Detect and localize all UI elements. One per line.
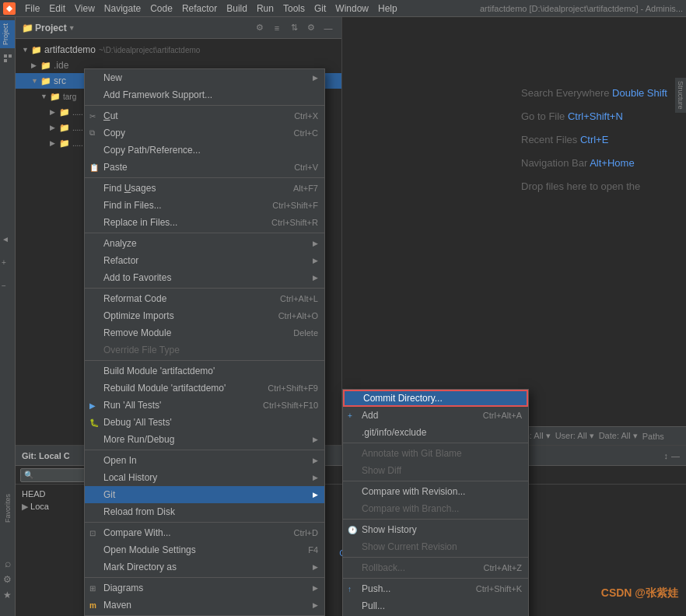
cm-paste[interactable]: 📋 Paste Ctrl+V xyxy=(85,159,324,176)
cm-add-favorites[interactable]: Add to Favorites▶ xyxy=(85,269,324,286)
user-filter[interactable]: User: All ▾ xyxy=(555,431,594,441)
minimize-icon[interactable]: — xyxy=(321,21,335,35)
sm-compare-revision[interactable]: Compare with Revision... xyxy=(343,483,528,500)
date-filter[interactable]: Date: All ▾ xyxy=(599,431,638,441)
sm-sep3 xyxy=(343,519,528,520)
menu-help[interactable]: Help xyxy=(373,2,402,16)
cm-rebuild[interactable]: Rebuild Module 'artifactdemo' Ctrl+Shift… xyxy=(85,380,324,397)
search-icon[interactable]: ⌕ xyxy=(5,557,11,569)
menu-refactor[interactable]: Refactor xyxy=(177,2,222,16)
cm-reload-disk[interactable]: Reload from Disk xyxy=(85,503,324,520)
structure-icon[interactable] xyxy=(2,53,13,64)
cm-new[interactable]: New▶ xyxy=(85,69,324,86)
collapse-arrow[interactable]: ◄ xyxy=(2,235,9,243)
folder-icon: 📁 xyxy=(22,23,33,33)
sm-rollback: Rollback... Ctrl+Alt+Z xyxy=(343,559,528,576)
menu-build[interactable]: Build xyxy=(222,2,252,16)
menu-window[interactable]: Window xyxy=(331,2,373,16)
sm-show-diff: Show Diff xyxy=(343,462,528,479)
menu-run[interactable]: Run xyxy=(252,2,278,16)
cm-copy-path[interactable]: Copy Path/Reference... xyxy=(85,142,324,159)
cm-more-run[interactable]: More Run/Debug▶ xyxy=(85,431,324,448)
sm-pull[interactable]: Pull... xyxy=(343,597,528,614)
git-submenu: Commit Directory... + Add Ctrl+Alt+A .gi… xyxy=(342,389,529,616)
list-icon[interactable]: ≡ xyxy=(270,21,284,35)
cm-sep1 xyxy=(85,105,324,106)
cm-cut[interactable]: ✂ Cut Ctrl+X xyxy=(85,107,324,124)
cm-maven[interactable]: m Maven▶ xyxy=(85,597,324,614)
paths-filter[interactable]: Paths xyxy=(642,432,664,441)
cm-reformat[interactable]: Reformat Code Ctrl+Alt+L xyxy=(85,290,324,307)
cm-refactor[interactable]: Refactor▶ xyxy=(85,252,324,269)
main-area: Search Everywhere Double Shift Go to Fil… xyxy=(342,17,686,445)
search-icon: 🔍 xyxy=(24,471,33,479)
context-menu: New▶ Add Framework Support... ✂ Cut Ctrl… xyxy=(84,68,325,616)
sort-icon[interactable]: ⇅ xyxy=(287,21,301,35)
window-title: artifactdemo [D:\idealproject\artifactde… xyxy=(480,4,683,13)
git-minimize-icon[interactable]: — xyxy=(671,451,680,460)
cm-sep2 xyxy=(85,177,324,178)
sm-sep2 xyxy=(343,481,528,481)
cm-build[interactable]: Build Module 'artifactdemo' xyxy=(85,362,324,380)
hint-recent-files: Recent Files Ctrl+E xyxy=(521,134,608,145)
project-tab[interactable]: Project xyxy=(0,20,15,48)
commit-directory-label: Commit Directory... xyxy=(363,393,443,404)
menu-code[interactable]: Code xyxy=(145,2,177,16)
menu-git[interactable]: Git xyxy=(310,2,331,16)
sm-push[interactable]: ↑ Push... Ctrl+Shift+K xyxy=(343,580,528,597)
settings-icon[interactable]: ⚙ xyxy=(3,574,12,585)
expand-arrow[interactable]: + xyxy=(2,258,6,267)
cm-local-history[interactable]: Local History▶ xyxy=(85,469,324,486)
project-title: Project xyxy=(35,23,67,33)
menu-tools[interactable]: Tools xyxy=(278,2,310,16)
cm-copy[interactable]: ⧉ Copy Ctrl+C xyxy=(85,124,324,142)
project-dropdown[interactable]: 📁 Project ▼ xyxy=(22,23,75,33)
cm-optimize-imports[interactable]: Optimize Imports Ctrl+Alt+O xyxy=(85,307,324,324)
cm-diagrams[interactable]: ⊞ Diagrams▶ xyxy=(85,579,324,597)
cm-sep3 xyxy=(85,233,324,233)
sm-show-history[interactable]: 🕐 Show History xyxy=(343,521,528,538)
menu-view[interactable]: View xyxy=(70,2,100,16)
menu-bar: ◆ File Edit View Navigate Code Refactor … xyxy=(0,0,686,17)
sm-commit-directory[interactable]: Commit Directory... xyxy=(343,390,528,407)
git-panel-title: Git: Local C xyxy=(22,451,70,460)
cm-sep8 xyxy=(85,577,324,578)
gear-icon[interactable]: ⚙ xyxy=(304,21,318,35)
svg-rect-0 xyxy=(4,54,7,58)
sm-add[interactable]: + Add Ctrl+Alt+A xyxy=(343,407,528,424)
minus-icon[interactable]: − xyxy=(2,282,6,290)
cm-mark-dir[interactable]: Mark Directory as▶ xyxy=(85,558,324,576)
cm-sep5 xyxy=(85,360,324,361)
cm-analyze[interactable]: Analyze▶ xyxy=(85,235,324,252)
cm-open-in[interactable]: Open In▶ xyxy=(85,452,324,469)
menu-navigate[interactable]: Navigate xyxy=(100,2,145,16)
hint-drop-files: Drop files here to open the xyxy=(521,180,640,192)
cm-run-tests[interactable]: ▶ Run 'All Tests' Ctrl+Shift+F10 xyxy=(85,397,324,414)
git-toolbar-icons: ↕ — xyxy=(664,451,681,460)
cm-replace-files[interactable]: Replace in Files... Ctrl+Shift+R xyxy=(85,214,324,231)
structure-tab[interactable]: Structure xyxy=(675,78,686,113)
cm-add-framework[interactable]: Add Framework Support... xyxy=(85,86,324,103)
cm-git[interactable]: Git▶ xyxy=(85,486,324,503)
cm-remove-module[interactable]: Remove Module Delete xyxy=(85,324,324,341)
cm-sep7 xyxy=(85,522,324,523)
cm-module-settings[interactable]: Open Module Settings F4 xyxy=(85,541,324,558)
hint-search: Search Everywhere Double Shift xyxy=(521,87,667,99)
cm-compare-with[interactable]: ⊡ Compare With... Ctrl+D xyxy=(85,524,324,541)
tree-item-root[interactable]: ▼ 📁 artifactdemo ~\D:\idealproject\artif… xyxy=(16,42,341,58)
sm-gitinfo[interactable]: .git/info/exclude xyxy=(343,424,528,441)
cm-find-files[interactable]: Find in Files... Ctrl+Shift+F xyxy=(85,197,324,214)
panel-toolbar: 📁 Project ▼ ⚙ ≡ ⇅ ⚙ — xyxy=(16,17,341,39)
watermark: CSDN @张紫娃 xyxy=(601,586,678,600)
sm-annotate: Annotate with Git Blame xyxy=(343,445,528,462)
menu-edit[interactable]: Edit xyxy=(44,2,70,16)
cm-sep4 xyxy=(85,288,324,289)
git-expand-icon[interactable]: ↕ xyxy=(664,451,669,460)
cm-override-type: Override File Type xyxy=(85,341,324,359)
settings-toolbar-icon[interactable]: ⚙ xyxy=(253,21,267,35)
star-icon[interactable]: ★ xyxy=(3,590,12,600)
favorites-tab[interactable]: Favorites xyxy=(4,494,12,523)
cm-find-usages[interactable]: Find Usages Alt+F7 xyxy=(85,180,324,197)
menu-file[interactable]: File xyxy=(20,2,44,16)
cm-debug-tests[interactable]: 🐛 Debug 'All Tests' xyxy=(85,414,324,431)
